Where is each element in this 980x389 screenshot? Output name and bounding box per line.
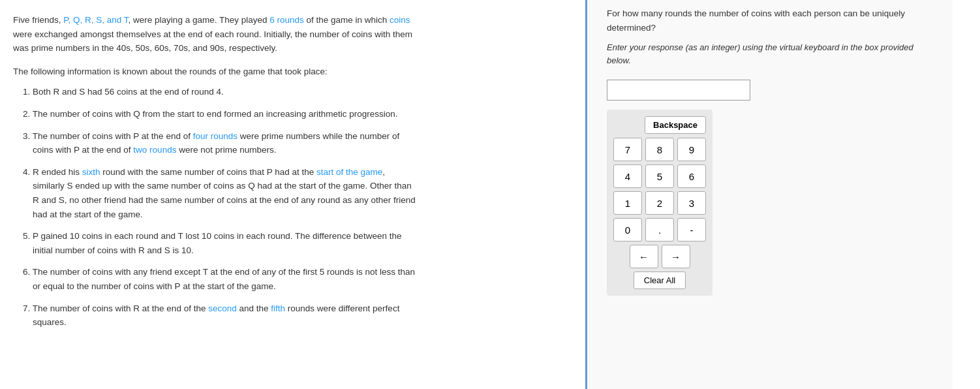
highlight-two-rounds: two rounds <box>133 145 176 155</box>
key-9[interactable]: 9 <box>677 138 706 161</box>
conditions-list: 1. Both R and S had 56 coins at the end … <box>13 85 566 329</box>
answer-input[interactable] <box>607 80 750 101</box>
list-item-6: 6. The number of coins with any friend e… <box>20 265 566 293</box>
nav-row: ← → <box>613 245 706 268</box>
virtual-keyboard: Backspace 7 8 9 4 5 6 1 2 3 0 . - ← → Cl… <box>607 110 712 296</box>
highlight-rounds: 6 rounds <box>269 15 304 25</box>
key-3[interactable]: 3 <box>677 191 706 215</box>
list-item-2: 2. The number of coins with Q from the s… <box>20 107 566 121</box>
key-minus[interactable]: - <box>677 218 706 241</box>
key-6[interactable]: 6 <box>677 164 706 188</box>
list-item-3: 3. The number of coins with P at the end… <box>20 129 566 157</box>
left-panel: Five friends, P, Q, R, S, and T, were pl… <box>0 0 587 389</box>
right-panel: For how many rounds the number of coins … <box>587 0 953 389</box>
numpad-row-2: 4 5 6 <box>613 164 706 188</box>
key-8[interactable]: 8 <box>645 138 674 161</box>
highlight-four-rounds: four rounds <box>193 131 237 141</box>
right-arrow-button[interactable]: → <box>662 245 690 268</box>
intro-paragraph: Five friends, P, Q, R, S, and T, were pl… <box>13 13 566 55</box>
numpad-row-1: 7 8 9 <box>613 138 706 161</box>
key-4[interactable]: 4 <box>613 164 642 188</box>
highlight-start: start of the game <box>316 167 382 177</box>
left-arrow-button[interactable]: ← <box>630 245 658 268</box>
key-2[interactable]: 2 <box>645 191 674 215</box>
numpad-row-4: 0 . - <box>613 218 706 241</box>
clear-all-button[interactable]: Clear All <box>634 272 686 289</box>
key-5[interactable]: 5 <box>645 164 674 188</box>
key-dot[interactable]: . <box>645 218 674 241</box>
highlight-sixth: sixth <box>82 167 100 177</box>
highlight-coins: coins <box>390 15 410 25</box>
key-0[interactable]: 0 <box>613 218 642 241</box>
clear-row: Clear All <box>613 272 706 289</box>
list-item-4: 4. R ended his sixth round with the same… <box>20 165 566 221</box>
list-item-1: 1. Both R and S had 56 coins at the end … <box>20 85 566 99</box>
right-question: For how many rounds the number of coins … <box>607 7 940 35</box>
highlight-fifth: fifth <box>271 303 285 313</box>
highlight-names: P, Q, R, S, and T <box>63 15 128 25</box>
key-7[interactable]: 7 <box>613 138 642 161</box>
key-1[interactable]: 1 <box>613 191 642 215</box>
right-instruction: Enter your response (as an integer) usin… <box>607 41 940 67</box>
info-heading: The following information is known about… <box>13 65 566 79</box>
highlight-second: second <box>208 303 237 313</box>
list-item-7: 7. The number of coins with R at the end… <box>20 302 566 330</box>
backspace-row: Backspace <box>613 116 706 134</box>
list-item-5: 5. P gained 10 coins in each round and T… <box>20 229 566 257</box>
numpad-row-3: 1 2 3 <box>613 191 706 215</box>
backspace-button[interactable]: Backspace <box>645 116 706 134</box>
